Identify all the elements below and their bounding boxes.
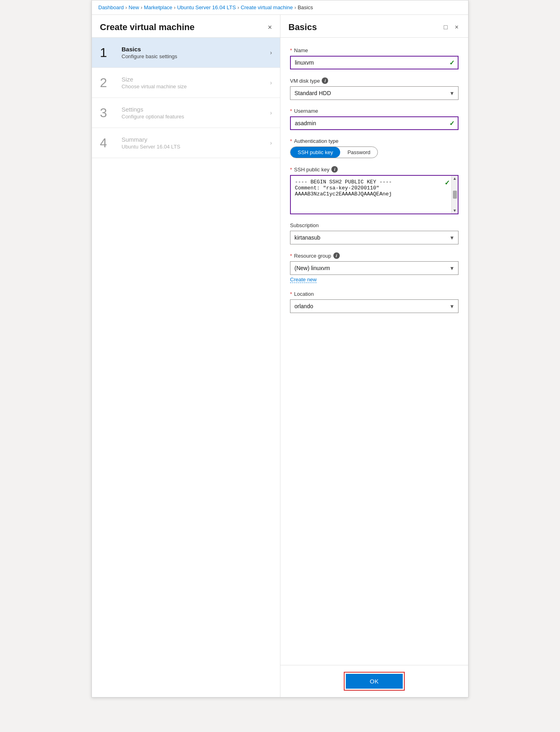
step-chevron-4: › <box>270 140 272 146</box>
breadcrumb-current: Basics <box>298 4 313 10</box>
ssh-key-label: * SSH public key i <box>290 166 459 173</box>
breadcrumb-sep-3: › <box>174 5 175 10</box>
step-chevron-1: › <box>270 49 272 56</box>
step-name-settings: Settings <box>122 106 270 113</box>
step-info-1: Basics Configure basic settings <box>122 46 270 59</box>
step-item-basics[interactable]: 1 Basics Configure basic settings › <box>92 38 280 68</box>
location-label: * Location <box>290 291 459 297</box>
ssh-scroll-up-icon[interactable]: ▲ <box>453 177 457 181</box>
breadcrumb-create-vm[interactable]: Create virtual machine <box>241 4 293 10</box>
subscription-label-text: Subscription <box>290 222 319 228</box>
resource-required-star: * <box>290 253 292 259</box>
step-number-4: 4 <box>100 136 118 149</box>
ssh-required-star: * <box>290 167 292 173</box>
location-required-star: * <box>290 291 292 297</box>
left-panel: Create virtual machine × 1 Basics Config… <box>92 15 280 697</box>
main-container: Dashboard › New › Marketplace › Ubuntu S… <box>91 0 469 697</box>
subscription-select-wrapper: kirtanasub ▼ <box>290 231 459 244</box>
location-select[interactable]: orlando <box>290 299 459 313</box>
step-chevron-2: › <box>270 79 272 86</box>
right-panel-close-button[interactable]: × <box>453 23 460 32</box>
step-item-size[interactable]: 2 Size Choose virtual machine size › <box>92 68 280 98</box>
step-number-1: 1 <box>100 46 118 59</box>
ssh-key-info-icon: i <box>331 166 338 173</box>
step-number-2: 2 <box>100 76 118 89</box>
step-name-size: Size <box>122 76 270 83</box>
ssh-key-group: * SSH public key i ---- BEGIN SSH2 PUBLI… <box>290 166 459 214</box>
breadcrumb-sep-5: › <box>294 5 296 10</box>
step-list: 1 Basics Configure basic settings › 2 Si… <box>92 38 280 697</box>
ok-area: OK <box>280 665 468 697</box>
breadcrumb-sep-4: › <box>237 5 239 10</box>
create-new-link[interactable]: Create new <box>290 277 317 283</box>
name-label: * Name <box>290 47 459 53</box>
ssh-key-toggle-button[interactable]: SSH public key <box>290 147 340 158</box>
vm-disk-label-text: VM disk type <box>290 78 320 84</box>
ssh-key-textarea[interactable]: ---- BEGIN SSH2 PUBLIC KEY ---- Comment:… <box>291 176 458 212</box>
ssh-key-label-text: SSH public key <box>294 167 329 173</box>
resource-group-group: * Resource group i (New) linuxvm ▼ Creat… <box>290 252 459 283</box>
step-desc-summary: Ubuntu Server 16.04 LTS <box>122 144 270 150</box>
right-panel-title: Basics <box>288 22 317 33</box>
resource-group-label-text: Resource group <box>294 253 331 259</box>
username-input-wrapper: ✓ <box>290 116 459 130</box>
main-layout: Create virtual machine × 1 Basics Config… <box>92 15 468 697</box>
name-check-icon: ✓ <box>449 59 454 67</box>
step-desc-size: Choose virtual machine size <box>122 83 270 89</box>
step-item-summary[interactable]: 4 Summary Ubuntu Server 16.04 LTS › <box>92 128 280 158</box>
ssh-scrollbar: ▲ ▼ <box>451 176 458 214</box>
left-panel-header: Create virtual machine × <box>92 15 280 38</box>
ok-button-wrapper: OK <box>344 672 405 691</box>
resource-group-label: * Resource group i <box>290 252 459 259</box>
password-toggle-button[interactable]: Password <box>340 147 377 158</box>
username-label-text: Username <box>294 108 318 114</box>
auth-type-label: * Authentication type <box>290 138 459 144</box>
name-input-wrapper: ✓ <box>290 56 459 69</box>
name-group: * Name ✓ <box>290 47 459 69</box>
left-panel-close-button[interactable]: × <box>268 24 272 31</box>
subscription-select[interactable]: kirtanasub <box>290 231 459 244</box>
step-name-summary: Summary <box>122 136 270 143</box>
breadcrumb-ubuntu[interactable]: Ubuntu Server 16.04 LTS <box>177 4 235 10</box>
auth-type-group: * Authentication type SSH public key Pas… <box>290 138 459 158</box>
breadcrumb-new[interactable]: New <box>129 4 139 10</box>
breadcrumb: Dashboard › New › Marketplace › Ubuntu S… <box>92 0 468 15</box>
breadcrumb-dashboard[interactable]: Dashboard <box>98 4 124 10</box>
ssh-scroll-thumb[interactable] <box>453 191 457 199</box>
vm-disk-select[interactable]: Standard HDD Standard SSD Premium SSD <box>290 86 459 100</box>
right-panel-header: Basics □ × <box>280 15 468 38</box>
breadcrumb-sep-2: › <box>141 5 142 10</box>
auth-type-label-text: Authentication type <box>294 138 339 144</box>
subscription-group: Subscription kirtanasub ▼ <box>290 222 459 244</box>
step-name-basics: Basics <box>122 46 270 53</box>
step-item-settings[interactable]: 3 Settings Configure optional features › <box>92 98 280 128</box>
left-panel-title: Create virtual machine <box>100 22 195 33</box>
step-desc-basics: Configure basic settings <box>122 53 270 59</box>
right-panel-actions: □ × <box>442 23 460 32</box>
ok-button[interactable]: OK <box>346 674 403 689</box>
resource-group-select[interactable]: (New) linuxvm <box>290 261 459 275</box>
ssh-textarea-wrapper: ---- BEGIN SSH2 PUBLIC KEY ---- Comment:… <box>290 175 459 214</box>
step-number-3: 3 <box>100 106 118 119</box>
step-info-4: Summary Ubuntu Server 16.04 LTS <box>122 136 270 150</box>
name-input[interactable] <box>290 56 459 69</box>
vm-disk-select-wrapper: Standard HDD Standard SSD Premium SSD ▼ <box>290 86 459 100</box>
resource-group-select-wrapper: (New) linuxvm ▼ <box>290 261 459 275</box>
location-label-text: Location <box>294 291 314 297</box>
step-chevron-3: › <box>270 110 272 116</box>
username-input[interactable] <box>290 116 459 130</box>
username-check-icon: ✓ <box>449 120 454 127</box>
step-desc-settings: Configure optional features <box>122 114 270 120</box>
step-info-2: Size Choose virtual machine size <box>122 76 270 89</box>
ssh-scroll-down-icon[interactable]: ▼ <box>453 209 457 213</box>
breadcrumb-marketplace[interactable]: Marketplace <box>144 4 172 10</box>
ssh-check-icon: ✓ <box>444 179 450 187</box>
step-info-3: Settings Configure optional features <box>122 106 270 120</box>
name-label-text: Name <box>294 47 308 53</box>
username-required-star: * <box>290 108 292 114</box>
location-select-wrapper: orlando ▼ <box>290 299 459 313</box>
maximize-button[interactable]: □ <box>442 23 449 32</box>
form-content: * Name ✓ VM disk type i <box>280 38 468 665</box>
name-required-star: * <box>290 47 292 53</box>
location-group: * Location orlando ▼ <box>290 291 459 313</box>
